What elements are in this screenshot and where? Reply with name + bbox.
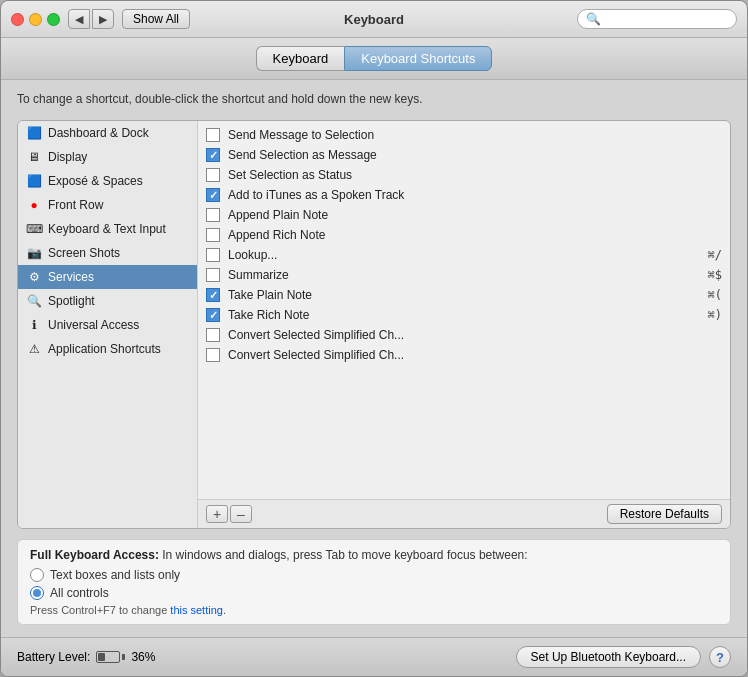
front-row-icon: ● bbox=[26, 197, 42, 213]
shortcut-label: Convert Selected Simplified Ch... bbox=[228, 328, 722, 342]
shortcut-checkbox[interactable] bbox=[206, 248, 220, 262]
footer-right: Set Up Bluetooth Keyboard... ? bbox=[516, 646, 731, 668]
search-input[interactable] bbox=[605, 12, 728, 26]
access-hint-link[interactable]: this setting bbox=[170, 604, 223, 616]
sidebar-item-display[interactable]: 🖥 Display bbox=[18, 145, 197, 169]
sidebar-item-front-row[interactable]: ● Front Row bbox=[18, 193, 197, 217]
shortcut-item[interactable]: Summarize⌘$ bbox=[198, 265, 730, 285]
shortcut-checkbox[interactable] bbox=[206, 328, 220, 342]
hint-text: To change a shortcut, double-click the s… bbox=[17, 92, 731, 106]
maximize-button[interactable] bbox=[47, 13, 60, 26]
shortcut-checkbox[interactable] bbox=[206, 268, 220, 282]
shortcut-checkbox[interactable]: ✓ bbox=[206, 188, 220, 202]
shortcut-label: Add to iTunes as a Spoken Track bbox=[228, 188, 722, 202]
radio-text-boxes[interactable]: Text boxes and lists only bbox=[30, 568, 718, 582]
sidebar-label: Keyboard & Text Input bbox=[48, 222, 166, 236]
sidebar-item-services[interactable]: ⚙ Services bbox=[18, 265, 197, 289]
shortcut-item[interactable]: Convert Selected Simplified Ch... bbox=[198, 345, 730, 365]
sidebar-item-app-shortcuts[interactable]: ⚠ Application Shortcuts bbox=[18, 337, 197, 361]
help-button[interactable]: ? bbox=[709, 646, 731, 668]
sidebar-label: Application Shortcuts bbox=[48, 342, 161, 356]
shortcut-item[interactable]: Send Message to Selection bbox=[198, 125, 730, 145]
shortcut-label: Summarize bbox=[228, 268, 700, 282]
battery-body bbox=[96, 651, 120, 663]
shortcut-checkbox[interactable] bbox=[206, 228, 220, 242]
shortcut-item[interactable]: ✓Take Rich Note⌘) bbox=[198, 305, 730, 325]
access-title: Full Keyboard Access: In windows and dia… bbox=[30, 548, 718, 562]
battery-icon bbox=[96, 651, 125, 663]
sidebar-item-spotlight[interactable]: 🔍 Spotlight bbox=[18, 289, 197, 313]
shortcut-keys: ⌘( bbox=[708, 288, 722, 302]
restore-defaults-button[interactable]: Restore Defaults bbox=[607, 504, 722, 524]
shortcut-keys: ⌘) bbox=[708, 308, 722, 322]
forward-button[interactable]: ▶ bbox=[92, 9, 114, 29]
shortcut-label: Take Rich Note bbox=[228, 308, 700, 322]
list-bottom-bar: + – Restore Defaults bbox=[198, 499, 730, 528]
tab-keyboard[interactable]: Keyboard bbox=[256, 46, 345, 71]
search-box[interactable]: 🔍 bbox=[577, 9, 737, 29]
battery-label: Battery Level: bbox=[17, 650, 90, 664]
shortcut-item[interactable]: Lookup...⌘/ bbox=[198, 245, 730, 265]
footer: Battery Level: 36% Set Up Bluetooth Keyb… bbox=[1, 637, 747, 676]
shortcut-item[interactable]: ✓Add to iTunes as a Spoken Track bbox=[198, 185, 730, 205]
sidebar-item-universal-access[interactable]: ℹ Universal Access bbox=[18, 313, 197, 337]
shortcut-checkbox[interactable]: ✓ bbox=[206, 308, 220, 322]
shortcut-label: Set Selection as Status bbox=[228, 168, 722, 182]
traffic-lights bbox=[11, 13, 60, 26]
bluetooth-setup-button[interactable]: Set Up Bluetooth Keyboard... bbox=[516, 646, 701, 668]
shortcut-label: Append Plain Note bbox=[228, 208, 722, 222]
sidebar-item-keyboard-text[interactable]: ⌨ Keyboard & Text Input bbox=[18, 217, 197, 241]
shortcut-checkbox[interactable] bbox=[206, 208, 220, 222]
shortcut-item[interactable]: ✓Send Selection as Message bbox=[198, 145, 730, 165]
tab-bar: Keyboard Keyboard Shortcuts bbox=[1, 38, 747, 80]
sidebar-item-dashboard-dock[interactable]: 🟦 Dashboard & Dock bbox=[18, 121, 197, 145]
spotlight-icon: 🔍 bbox=[26, 293, 42, 309]
add-shortcut-button[interactable]: + bbox=[206, 505, 228, 523]
remove-shortcut-button[interactable]: – bbox=[230, 505, 252, 523]
shortcut-keys: ⌘/ bbox=[708, 248, 722, 262]
dashboard-dock-icon: 🟦 bbox=[26, 125, 42, 141]
shortcut-checkbox[interactable]: ✓ bbox=[206, 288, 220, 302]
sidebar-label: Exposé & Spaces bbox=[48, 174, 143, 188]
sidebar-label: Spotlight bbox=[48, 294, 95, 308]
titlebar: ◀ ▶ Show All Keyboard 🔍 bbox=[1, 1, 747, 38]
universal-access-icon: ℹ bbox=[26, 317, 42, 333]
shortcut-item[interactable]: Convert Selected Simplified Ch... bbox=[198, 325, 730, 345]
shortcut-item[interactable]: Append Rich Note bbox=[198, 225, 730, 245]
shortcut-checkbox[interactable] bbox=[206, 128, 220, 142]
sidebar-label: Display bbox=[48, 150, 87, 164]
shortcut-item[interactable]: ✓Take Plain Note⌘( bbox=[198, 285, 730, 305]
shortcuts-list: Send Message to Selection✓Send Selection… bbox=[198, 121, 730, 499]
sidebar-label: Screen Shots bbox=[48, 246, 120, 260]
tab-keyboard-shortcuts[interactable]: Keyboard Shortcuts bbox=[344, 46, 492, 71]
app-shortcuts-icon: ⚠ bbox=[26, 341, 42, 357]
battery-fill bbox=[98, 653, 105, 661]
add-remove-buttons: + – bbox=[206, 505, 252, 523]
sidebar-item-expose-spaces[interactable]: 🟦 Exposé & Spaces bbox=[18, 169, 197, 193]
close-button[interactable] bbox=[11, 13, 24, 26]
shortcut-checkbox[interactable]: ✓ bbox=[206, 148, 220, 162]
shortcut-label: Send Selection as Message bbox=[228, 148, 722, 162]
back-button[interactable]: ◀ bbox=[68, 9, 90, 29]
minimize-button[interactable] bbox=[29, 13, 42, 26]
radio-text-boxes-label: Text boxes and lists only bbox=[50, 568, 180, 582]
radio-all-controls[interactable]: All controls bbox=[30, 586, 718, 600]
show-all-button[interactable]: Show All bbox=[122, 9, 190, 29]
shortcut-item[interactable]: Set Selection as Status bbox=[198, 165, 730, 185]
shortcut-label: Convert Selected Simplified Ch... bbox=[228, 348, 722, 362]
shortcut-label: Take Plain Note bbox=[228, 288, 700, 302]
battery-info: Battery Level: 36% bbox=[17, 650, 155, 664]
sidebar-item-screen-shots[interactable]: 📷 Screen Shots bbox=[18, 241, 197, 265]
radio-all-controls-indicator bbox=[30, 586, 44, 600]
shortcut-checkbox[interactable] bbox=[206, 168, 220, 182]
shortcut-label: Append Rich Note bbox=[228, 228, 722, 242]
keyboard-icon: ⌨ bbox=[26, 221, 42, 237]
shortcut-keys: ⌘$ bbox=[708, 268, 722, 282]
sidebar-label: Universal Access bbox=[48, 318, 139, 332]
shortcut-checkbox[interactable] bbox=[206, 348, 220, 362]
shortcut-item[interactable]: Append Plain Note bbox=[198, 205, 730, 225]
battery-tip bbox=[122, 654, 125, 660]
access-hint: Press Control+F7 to change this setting. bbox=[30, 604, 718, 616]
sidebar-label: Services bbox=[48, 270, 94, 284]
battery-percentage: 36% bbox=[131, 650, 155, 664]
